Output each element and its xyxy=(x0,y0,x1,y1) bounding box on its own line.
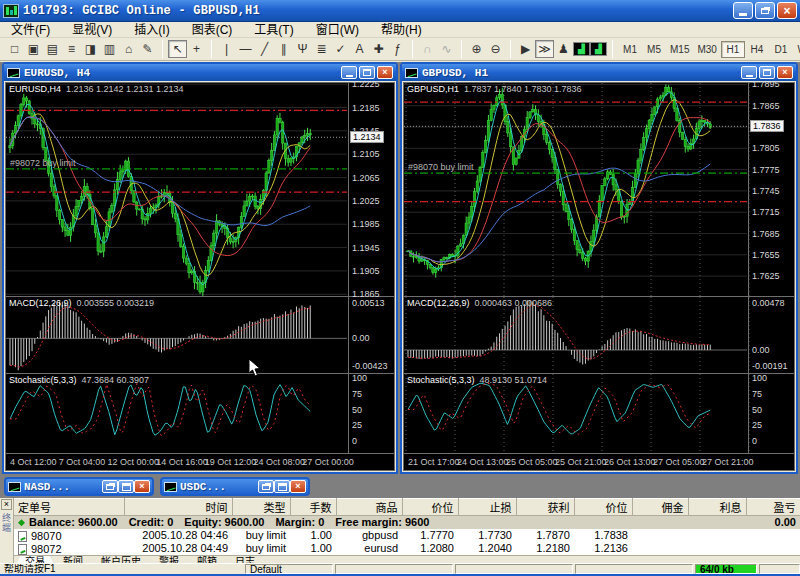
menu-item-i[interactable]: 插入(I) xyxy=(123,22,180,38)
timeframe-d1-button[interactable]: D1 xyxy=(769,41,793,58)
fibonacci-icon[interactable]: ≣ xyxy=(312,40,331,58)
macd-pane[interactable]: MACD(12,26,9)0.000463 0.0006860.004780.0… xyxy=(404,297,794,374)
print-icon[interactable]: ▤ xyxy=(43,40,62,58)
data-window-icon[interactable]: ◨ xyxy=(81,40,100,58)
macd-canvas[interactable] xyxy=(6,297,394,373)
orders-table[interactable]: 定单号时间类型手数商品价位止损获利价位佣金利息盈亏Balance: 9600.0… xyxy=(14,498,800,555)
restore-button[interactable] xyxy=(755,2,775,19)
chart-client-area[interactable]: GBPUSD,H11.7837 1.7840 1.7830 1.7836#980… xyxy=(403,82,795,471)
column-header-佣金[interactable]: 佣金 xyxy=(632,499,688,516)
menu-item-v[interactable]: 显视(V) xyxy=(61,22,123,38)
chart-shift-icon[interactable]: ≫ xyxy=(535,40,554,58)
column-header-获利[interactable]: 获利 xyxy=(516,499,574,516)
template-1-icon[interactable]: ▟ xyxy=(573,42,590,56)
column-header-手数[interactable]: 手数 xyxy=(290,499,336,516)
text-icon[interactable]: A xyxy=(350,40,369,58)
chart-window-eurusd[interactable]: EURUSD, H4 × EURUSD,H41.2136 1.2142 1.21… xyxy=(2,62,398,474)
arrows-icon[interactable]: ✚ xyxy=(369,40,388,58)
menu-item-h[interactable]: 帮助(H) xyxy=(370,22,433,38)
new-chart-icon[interactable]: □ xyxy=(5,40,24,58)
price-chart-canvas[interactable] xyxy=(404,83,794,296)
minimized-window-usdc[interactable]: USDC... × xyxy=(160,477,310,496)
timeframe-m15-button[interactable]: M15 xyxy=(666,41,693,58)
menu-item-c[interactable]: 图表(C) xyxy=(181,22,244,38)
macd-pane[interactable]: MACD(12,26,9)0.003555 0.0032190.005130.0… xyxy=(6,297,394,374)
timeframe-w1-button[interactable]: W1 xyxy=(793,41,800,58)
auto-scroll-icon[interactable]: ▶ xyxy=(516,40,535,58)
column-header-时间[interactable]: 时间 xyxy=(124,499,232,516)
chart-close-button[interactable]: × xyxy=(377,66,393,79)
chart-close-button[interactable]: × xyxy=(777,66,793,79)
chart-minimize-button[interactable] xyxy=(341,66,357,79)
menu-item-t[interactable]: 工具(T) xyxy=(243,22,304,38)
save-icon[interactable]: ▣ xyxy=(24,40,43,58)
chart-client-area[interactable]: EURUSD,H41.2136 1.2142 1.2131 1.2134#980… xyxy=(5,82,395,471)
column-header-盈亏[interactable]: 盈亏 xyxy=(746,499,800,516)
stochastic-canvas[interactable] xyxy=(404,374,794,453)
stochastic-pane[interactable]: Stochastic(5,3,3)47.3684 60.390710075502… xyxy=(6,374,394,454)
metaeditor-icon[interactable]: ✎ xyxy=(138,40,157,58)
timeframe-h1-button[interactable]: H1 xyxy=(721,41,745,58)
shapes-icon[interactable]: ✓ xyxy=(331,40,350,58)
timeframe-m30-button[interactable]: M30 xyxy=(693,41,720,58)
stochastic-canvas[interactable] xyxy=(6,374,394,453)
price-pane[interactable]: GBPUSD,H11.7837 1.7840 1.7830 1.7836#980… xyxy=(404,83,794,297)
minwin-restore-button[interactable] xyxy=(102,480,118,493)
market-watch-icon[interactable]: ≡ xyxy=(62,40,81,58)
status-profile[interactable]: Default xyxy=(245,564,333,574)
chart-minimize-button[interactable] xyxy=(741,66,757,79)
crosshair-icon[interactable]: + xyxy=(187,40,206,58)
zoom-in-icon[interactable]: ⊕ xyxy=(467,40,486,58)
minwin-close-button[interactable]: × xyxy=(134,480,150,493)
column-header-商品[interactable]: 商品 xyxy=(336,499,402,516)
terminal-tab-警报[interactable]: 警报 xyxy=(148,556,190,564)
terminal-tab-交易[interactable]: 交易 xyxy=(14,556,56,564)
indicators-icon[interactable]: ƒ xyxy=(388,40,407,58)
menu-item-f[interactable]: 文件(F) xyxy=(0,22,61,38)
horizontal-line-icon[interactable]: — xyxy=(236,40,255,58)
column-header-类型[interactable]: 类型 xyxy=(232,499,290,516)
zoom-out-icon[interactable]: ⊖ xyxy=(486,40,505,58)
menu-item-w[interactable]: 窗口(W) xyxy=(305,22,370,38)
timeframe-m1-button[interactable]: M1 xyxy=(618,41,642,58)
minimized-window-nasd[interactable]: NASD... × xyxy=(4,477,154,496)
terminal-tab-日志[interactable]: 日志 xyxy=(224,556,266,564)
minwin-restore-button[interactable] xyxy=(258,480,274,493)
chart-window-titlebar[interactable]: EURUSD, H4 × xyxy=(4,64,396,81)
terminal-tab-帐户历史[interactable]: 帐户历史 xyxy=(90,556,152,564)
column-header-定单号[interactable]: 定单号 xyxy=(14,499,124,516)
macd-canvas[interactable] xyxy=(404,297,794,373)
minimize-button[interactable] xyxy=(733,2,753,19)
close-button[interactable]: × xyxy=(777,2,797,19)
channel-icon[interactable]: ∥ xyxy=(274,40,293,58)
chart-window-gbpusd[interactable]: GBPUSD, H1 × GBPUSD,H11.7837 1.7840 1.78… xyxy=(400,62,798,474)
column-header-价位[interactable]: 价位 xyxy=(402,499,458,516)
navigator-icon[interactable]: ⌂ xyxy=(119,40,138,58)
minwin-maximize-button[interactable] xyxy=(118,480,134,493)
pitchfork-icon[interactable]: Ψ xyxy=(293,40,312,58)
indicator-list-icon[interactable]: ♟ xyxy=(554,40,573,58)
terminal-tab-新闻[interactable]: 新闻 xyxy=(52,556,94,564)
timeframe-m5-button[interactable]: M5 xyxy=(642,41,666,58)
stochastic-pane[interactable]: Stochastic(5,3,3)48.9130 51.071410075502… xyxy=(404,374,794,454)
new-order-icon[interactable]: ▥ xyxy=(100,40,119,58)
terminal-close-icon[interactable]: × xyxy=(1,499,12,510)
minwin-close-button[interactable]: × xyxy=(290,480,306,493)
trendline-icon[interactable]: ╱ xyxy=(255,40,274,58)
price-chart-canvas[interactable] xyxy=(6,83,394,296)
chart-maximize-button[interactable] xyxy=(359,66,375,79)
column-header-利息[interactable]: 利息 xyxy=(688,499,746,516)
terminal-tab-邮箱[interactable]: 邮箱 xyxy=(186,556,228,564)
title-bar[interactable]: 101793: GCIBC Online - GBPUSD,H1 × xyxy=(0,0,800,22)
template-2-icon[interactable]: ▟ xyxy=(590,42,607,56)
order-row-98070[interactable]: 980702005.10.28 04:46buy limit1.00gbpusd… xyxy=(14,529,800,542)
price-pane[interactable]: EURUSD,H41.2136 1.2142 1.2131 1.2134#980… xyxy=(6,83,394,297)
timeframe-h4-button[interactable]: H4 xyxy=(745,41,769,58)
order-row-98072[interactable]: 980722005.10.28 04:49buy limit1.00eurusd… xyxy=(14,542,800,555)
minwin-maximize-button[interactable] xyxy=(274,480,290,493)
column-header-价位[interactable]: 价位 xyxy=(574,499,632,516)
chart-window-titlebar[interactable]: GBPUSD, H1 × xyxy=(402,64,796,81)
vertical-line-icon[interactable]: | xyxy=(217,40,236,58)
chart-maximize-button[interactable] xyxy=(759,66,775,79)
column-header-止损[interactable]: 止损 xyxy=(458,499,516,516)
